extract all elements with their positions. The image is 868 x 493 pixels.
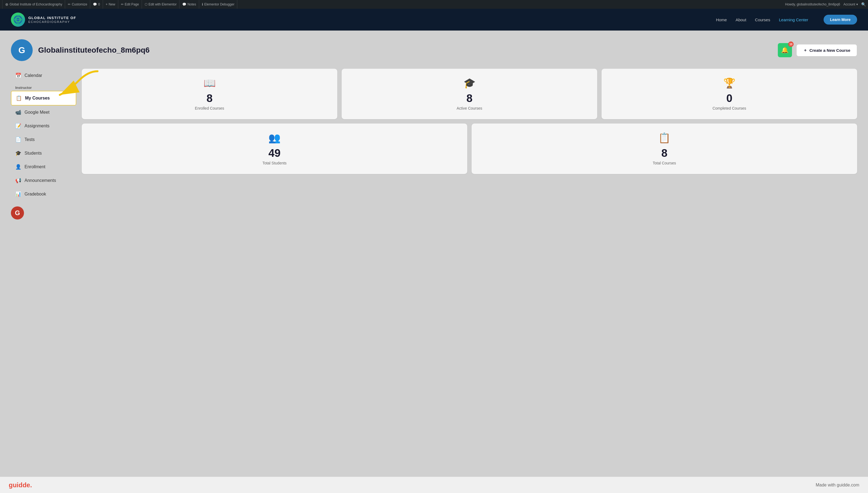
logo-subtitle: Echocardiography	[28, 20, 76, 23]
nav-cta-button[interactable]: Learn More	[824, 15, 857, 24]
completed-courses-icon: 🏆	[723, 78, 736, 89]
stats-row-1: 📖 8 Enrolled Courses 🎓 8 Active Courses …	[82, 69, 857, 119]
active-courses-card: 🎓 8 Active Courses	[342, 69, 597, 119]
profile-right: 🔔 10 ＋ Create a New Course	[778, 43, 857, 57]
create-course-button[interactable]: ＋ Create a New Course	[796, 44, 857, 57]
enrollment-icon: 👤	[15, 164, 21, 170]
calendar-label: Calendar	[24, 73, 42, 78]
announcements-label: Announcements	[24, 178, 56, 183]
sidebar-assignments[interactable]: 📝 Assignments	[11, 119, 76, 133]
stats-section: 📖 8 Enrolled Courses 🎓 8 Active Courses …	[82, 69, 857, 219]
sidebar-enrollment[interactable]: 👤 Enrollment	[11, 160, 76, 174]
assignments-icon: 📝	[15, 123, 21, 129]
plus-icon: ＋	[803, 48, 807, 53]
bottom-avatar: G	[11, 207, 24, 219]
avatar-initial: G	[19, 45, 25, 55]
total-students-label: Total Students	[262, 161, 287, 165]
calendar-icon: 📅	[15, 72, 21, 79]
nav-home[interactable]: Home	[716, 18, 727, 22]
admin-bar-debugger[interactable]: ℹ Elementor Debugger	[199, 0, 237, 9]
my-courses-label: My Courses	[25, 96, 50, 101]
account-label: Account	[844, 2, 855, 6]
footer-text: Made with guidde.com	[816, 483, 859, 488]
profile-header: G Globalinstituteofecho_8m6pq6 🔔 10 ＋ Cr…	[11, 39, 857, 61]
google-meet-label: Google Meet	[24, 110, 50, 115]
sidebar-students[interactable]: 🎓 Students	[11, 146, 76, 160]
new-icon: +	[106, 2, 108, 6]
nav-links: Home About Courses Learning Center Learn…	[716, 15, 857, 24]
total-courses-card: 📋 8 Total Courses	[472, 124, 857, 174]
assignments-label: Assignments	[24, 124, 50, 128]
new-label: New	[109, 2, 115, 6]
logo-circle	[11, 13, 25, 27]
sidebar-gradebook[interactable]: 📊 Gradebook	[11, 187, 76, 201]
admin-bar-left: ⊕ Global Institute of Echocardiography ✏…	[2, 0, 785, 9]
sidebar-my-courses[interactable]: 📋 My Courses	[11, 91, 76, 106]
total-students-icon: 👥	[268, 132, 281, 144]
create-course-label: Create a New Course	[809, 48, 850, 52]
elementor-icon: ⬡	[145, 2, 147, 6]
notes-label: Notes	[187, 2, 196, 6]
comments-count: 0	[98, 2, 100, 6]
active-courses-icon: 🎓	[463, 78, 476, 89]
admin-bar-new[interactable]: + New	[103, 0, 118, 9]
nav-about[interactable]: About	[736, 18, 746, 22]
admin-bar-right: Howdy, globalinstituteofecho_8m6pq6 Acco…	[785, 2, 866, 6]
sidebar: 📅 Calendar Instructor 📋 My Courses 📹 Goo…	[11, 69, 82, 219]
stats-row-2: 👥 49 Total Students 📋 8 Total Courses	[82, 124, 857, 174]
footer: guidde. Made with guidde.com	[0, 477, 868, 493]
admin-bar-elementor[interactable]: ⬡ Edit with Elementor	[142, 0, 180, 9]
students-label: Students	[24, 151, 42, 156]
nav-courses[interactable]: Courses	[755, 18, 770, 22]
total-courses-number: 8	[661, 147, 667, 159]
tests-label: Tests	[24, 137, 35, 142]
account-button[interactable]: Account ▾	[844, 2, 858, 6]
admin-bar-customize[interactable]: ✏ Customize	[65, 0, 90, 9]
wp-icon: ⊕	[5, 2, 8, 6]
sidebar-tests[interactable]: 📄 Tests	[11, 133, 76, 146]
sidebar-calendar[interactable]: 📅 Calendar	[11, 69, 76, 82]
enrolled-courses-icon: 📖	[204, 78, 216, 89]
nav-bar: Global Institute of Echocardiography Hom…	[0, 9, 868, 30]
gradebook-label: Gradebook	[24, 192, 46, 197]
logo-icon	[13, 15, 23, 24]
students-icon: 🎓	[15, 150, 21, 156]
search-icon[interactable]: 🔍	[861, 2, 866, 6]
admin-bar: ⊕ Global Institute of Echocardiography ✏…	[0, 0, 868, 9]
active-courses-label: Active Courses	[457, 106, 482, 110]
avatar: G	[11, 39, 33, 61]
profile-name: Globalinstituteofecho_8m6pq6	[38, 46, 150, 55]
account-chevron: ▾	[856, 2, 858, 6]
admin-bar-site[interactable]: ⊕ Global Institute of Echocardiography	[2, 0, 65, 9]
total-courses-label: Total Courses	[653, 161, 676, 165]
debugger-label: Elementor Debugger	[204, 2, 234, 6]
completed-courses-number: 0	[726, 92, 732, 104]
bell-icon: 🔔	[781, 47, 789, 54]
total-courses-icon: 📋	[658, 132, 670, 144]
site-name: Global Institute of Echocardiography	[9, 2, 62, 6]
google-meet-icon: 📹	[15, 109, 21, 115]
nav-learning-center[interactable]: Learning Center	[779, 18, 808, 22]
dashboard-grid: 📅 Calendar Instructor 📋 My Courses 📹 Goo…	[11, 69, 857, 219]
customize-label: Customize	[72, 2, 87, 6]
my-courses-icon: 📋	[16, 95, 22, 101]
admin-bar-edit-page[interactable]: ✏ Edit Page	[118, 0, 142, 9]
admin-bar-notes[interactable]: 💬 Notes	[180, 0, 199, 9]
sidebar-google-meet[interactable]: 📹 Google Meet	[11, 106, 76, 119]
customize-icon: ✏	[68, 2, 71, 6]
active-courses-number: 8	[466, 92, 473, 104]
admin-bar-comments[interactable]: 💬 0	[90, 0, 103, 9]
comments-icon: 💬	[93, 2, 97, 6]
completed-courses-label: Completed Courses	[712, 106, 746, 110]
notification-button[interactable]: 🔔 10	[778, 43, 792, 57]
elementor-label: Edit with Elementor	[149, 2, 177, 6]
nav-logo: Global Institute of Echocardiography	[11, 13, 716, 27]
announcements-icon: 📢	[15, 177, 21, 184]
tests-icon: 📄	[15, 136, 21, 143]
howdy-text: Howdy, globalinstituteofecho_8m6pq6	[785, 2, 840, 6]
logo-title: Global Institute of	[28, 16, 76, 20]
enrolled-courses-card: 📖 8 Enrolled Courses	[82, 69, 337, 119]
edit-page-icon: ✏	[121, 2, 124, 6]
sidebar-announcements[interactable]: 📢 Announcements	[11, 174, 76, 187]
main-content: G Globalinstituteofecho_8m6pq6 🔔 10 ＋ Cr…	[0, 30, 868, 477]
